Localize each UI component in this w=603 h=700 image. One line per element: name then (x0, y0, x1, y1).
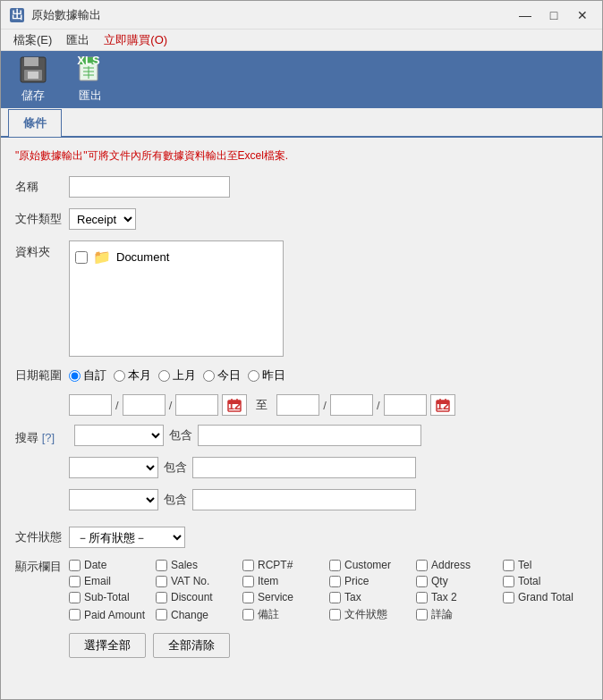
save-button[interactable]: 儲存 (12, 52, 55, 107)
menu-buy[interactable]: 立即購買(O) (97, 30, 174, 50)
col-qty-label: Qty (431, 575, 448, 587)
contains-label-1: 包含 (169, 427, 192, 443)
date-from-d3[interactable] (175, 394, 218, 416)
search-select-3[interactable] (69, 489, 158, 510)
doctype-label: 文件類型 (15, 211, 69, 227)
export-button[interactable]: XLS 匯出 (69, 52, 112, 107)
date-to-d2[interactable] (330, 394, 373, 416)
svg-rect-3 (24, 57, 38, 66)
col-tel-checkbox[interactable] (503, 560, 514, 571)
date-from-d2[interactable] (123, 394, 166, 416)
col-detail: 詳論 (416, 607, 501, 622)
col-address: Address (416, 559, 501, 571)
col-qty-checkbox[interactable] (416, 576, 428, 587)
date-radio-group: 自訂 本月 上月 今日 昨日 (69, 367, 285, 384)
search-input-1[interactable] (198, 425, 421, 446)
search-help[interactable]: [?] (42, 431, 55, 444)
doctype-select[interactable]: Receipt Invoice Order (69, 208, 136, 230)
col-change-checkbox[interactable] (156, 609, 167, 620)
minimize-button[interactable]: — (513, 6, 538, 24)
col-tax: Tax (329, 591, 414, 603)
col-paidamt-checkbox[interactable] (69, 609, 81, 620)
calendar-to-button[interactable]: 12 (430, 394, 455, 416)
folder-document-checkbox[interactable] (75, 251, 88, 264)
bottom-buttons: 選擇全部 全部清除 (69, 633, 588, 658)
search-input-3[interactable] (192, 489, 416, 510)
svg-rect-5 (28, 72, 38, 79)
select-all-button[interactable]: 選擇全部 (69, 633, 146, 658)
window-title: 原始數據輸出 (31, 7, 513, 23)
col-customer-label: Customer (344, 559, 391, 571)
save-label: 儲存 (21, 88, 45, 104)
col-subtotal-label: Sub-Total (84, 591, 130, 603)
app-icon: 出 (8, 6, 26, 24)
col-tax-label: Tax (344, 591, 361, 603)
col-item: Item (242, 575, 327, 587)
col-email-checkbox[interactable] (69, 576, 81, 587)
col-sales-checkbox[interactable] (156, 560, 167, 571)
menu-file[interactable]: 檔案(E) (6, 30, 59, 50)
col-tel-label: Tel (518, 559, 531, 571)
menu-export[interactable]: 匯出 (59, 30, 97, 50)
col-service-label: Service (258, 591, 293, 603)
maximize-button[interactable]: □ (541, 6, 566, 24)
contains-label-3: 包含 (164, 492, 187, 508)
search-select-1[interactable] (74, 425, 164, 446)
col-total-checkbox[interactable] (503, 576, 514, 587)
radio-lastmonth[interactable]: 上月 (158, 367, 196, 384)
col-tax-checkbox[interactable] (329, 592, 341, 603)
col-item-checkbox[interactable] (242, 576, 254, 587)
col-service-checkbox[interactable] (242, 592, 254, 603)
col-customer-checkbox[interactable] (329, 560, 341, 571)
col-grandtotal-checkbox[interactable] (503, 592, 514, 603)
close-button[interactable]: ✕ (570, 6, 595, 24)
col-subtotal-checkbox[interactable] (69, 592, 81, 603)
col-date-checkbox[interactable] (69, 560, 81, 571)
calendar-from-button[interactable]: 12 (222, 394, 247, 416)
col-grandtotal-label: Grand Total (518, 591, 573, 603)
col-tax2-checkbox[interactable] (416, 592, 428, 603)
columns-label: 顯示欄目 (15, 559, 69, 575)
col-sales-label: Sales (171, 559, 198, 571)
col-discount-label: Discount (171, 591, 213, 603)
col-discount-checkbox[interactable] (156, 592, 167, 603)
col-vatno: VAT No. (156, 575, 241, 587)
toolbar: 儲存 XLS 匯出 (1, 51, 602, 108)
tab-conditions[interactable]: 條件 (8, 109, 62, 137)
radio-today[interactable]: 今日 (203, 367, 241, 384)
col-paidamt-label: Paid Amount (84, 609, 145, 621)
name-label: 名稱 (15, 179, 69, 195)
radio-thismonth[interactable]: 本月 (114, 367, 151, 384)
date-to-d3[interactable] (384, 394, 427, 416)
col-change: Change (156, 607, 241, 622)
date-to-d1[interactable] (276, 394, 319, 416)
search-label: 搜尋 [?] (15, 430, 69, 446)
radio-yesterday[interactable]: 昨日 (248, 367, 285, 384)
col-change-label: Change (171, 609, 208, 621)
col-rcpt-checkbox[interactable] (242, 560, 254, 571)
svg-text:12: 12 (436, 399, 448, 412)
search-select-2[interactable] (69, 457, 158, 478)
col-remark-checkbox[interactable] (242, 609, 254, 620)
col-address-checkbox[interactable] (416, 560, 428, 571)
col-customer: Customer (329, 559, 414, 571)
col-date-label: Date (84, 559, 106, 571)
date-from-d1[interactable] (69, 394, 112, 416)
clear-all-button[interactable]: 全部清除 (153, 633, 230, 658)
radio-custom[interactable]: 自訂 (69, 367, 106, 384)
radio-custom-label: 自訂 (83, 367, 106, 384)
search-input-2[interactable] (192, 457, 416, 478)
col-date: Date (69, 559, 154, 571)
name-input[interactable] (69, 176, 230, 198)
col-detail-checkbox[interactable] (416, 609, 428, 620)
col-vatno-checkbox[interactable] (156, 576, 167, 587)
col-price-checkbox[interactable] (329, 576, 341, 587)
col-docstatus-label: 文件狀態 (344, 607, 387, 622)
col-vatno-label: VAT No. (171, 575, 209, 587)
status-select[interactable]: －所有狀態－ (69, 527, 185, 548)
columns-section: 顯示欄目 Date Sales (15, 559, 588, 622)
search-row-3: 包含 (69, 489, 416, 510)
col-docstatus-checkbox[interactable] (329, 609, 341, 620)
col-item-label: Item (258, 575, 278, 587)
col-detail-label: 詳論 (431, 607, 453, 622)
